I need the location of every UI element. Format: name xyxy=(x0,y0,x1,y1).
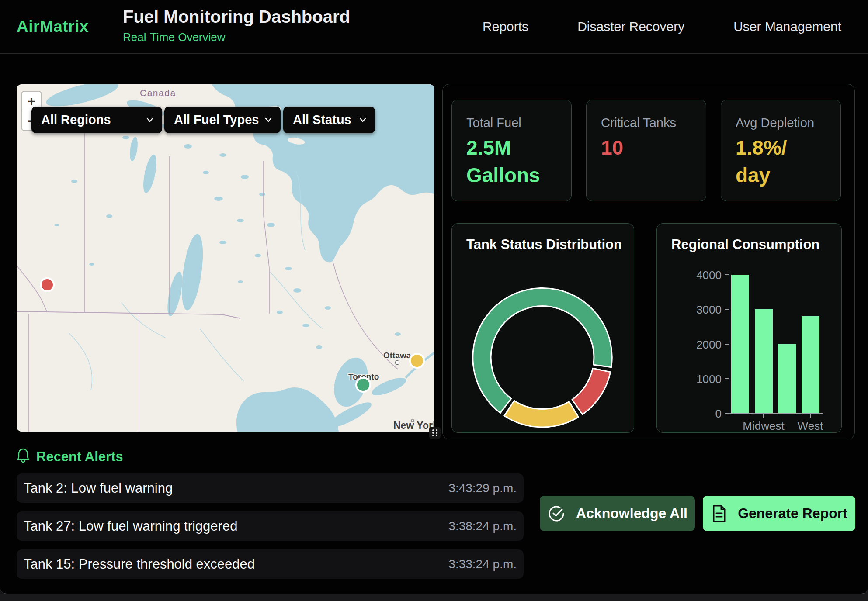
x-axis xyxy=(729,413,823,414)
filter-value: All Fuel Types xyxy=(174,113,259,127)
map-label-country: Canada xyxy=(140,88,176,98)
generate-report-button[interactable]: Generate Report xyxy=(703,496,855,531)
y-tick-label: 1000 xyxy=(660,373,722,386)
map-label-ottawa: Ottawa xyxy=(383,351,411,360)
y-tick-label: 3000 xyxy=(660,303,722,317)
drag-handle-icon[interactable] xyxy=(429,427,441,439)
bar xyxy=(778,344,796,414)
regional-consumption-card: Regional Consumption 01000200030004000Mi… xyxy=(656,223,842,433)
nav-item-reports[interactable]: Reports xyxy=(483,19,528,34)
x-tick-mark xyxy=(810,414,811,418)
kpi-value: 1.8%/ day xyxy=(736,134,840,190)
nav-item-disaster-recovery[interactable]: Disaster Recovery xyxy=(577,19,684,34)
brand-logo: AirMatrix xyxy=(17,0,89,53)
donut-segment-yellow xyxy=(504,401,579,427)
file-text-icon xyxy=(711,504,727,523)
bell-icon xyxy=(16,447,30,463)
dashboard-panel: Total Fuel2.5M GallonsCritical Tanks10Av… xyxy=(442,84,855,439)
alerts-heading: Recent Alerts xyxy=(36,449,123,465)
kpi-label: Critical Tanks xyxy=(601,116,706,130)
filter-value: All Status xyxy=(293,113,351,127)
alert-timestamp: 3:43:29 p.m. xyxy=(448,481,517,495)
y-tick-mark xyxy=(725,378,729,379)
map-canvas[interactable]: Canada OttawaTorontoNew York xyxy=(17,84,434,432)
chevron-down-icon xyxy=(146,117,153,122)
filter-all-fuel-types[interactable]: All Fuel Types xyxy=(164,107,281,133)
page-title: Fuel Monitoring Dashboard xyxy=(123,7,350,26)
y-tick-label: 2000 xyxy=(660,338,722,352)
chevron-down-icon xyxy=(265,117,272,122)
y-tick-label: 0 xyxy=(660,407,722,421)
page-subtitle: Real-Time Overview xyxy=(123,31,350,44)
filter-all-regions[interactable]: All Regions xyxy=(31,107,162,133)
app-root: AirMatrix Fuel Monitoring Dashboard Real… xyxy=(0,0,868,594)
acknowledge-all-button[interactable]: Acknowledge All xyxy=(540,496,695,531)
main-nav: ReportsDisaster RecoveryUser Management xyxy=(483,0,841,53)
donut-segment-red xyxy=(572,368,611,414)
kpi-value: 10 xyxy=(601,134,706,162)
map-marker-normal[interactable] xyxy=(356,378,370,392)
acknowledge-all-label: Acknowledge All xyxy=(576,505,687,522)
kpi-value: 2.5M Gallons xyxy=(466,134,571,190)
generate-report-label: Generate Report xyxy=(738,505,847,522)
y-axis xyxy=(729,271,729,414)
bar xyxy=(755,309,773,413)
x-tick-label-west: West xyxy=(775,419,845,433)
y-tick-label: 4000 xyxy=(660,269,722,282)
kpi-label: Total Fuel xyxy=(466,116,571,130)
bar xyxy=(802,316,819,413)
kpi-card-total-fuel: Total Fuel2.5M Gallons xyxy=(451,100,572,201)
y-tick-mark xyxy=(725,274,729,275)
alert-row: Tank 2: Low fuel warning3:43:29 p.m. xyxy=(17,473,524,503)
regional-consumption-bar-chart: 01000200030004000MidwestWest xyxy=(657,224,841,432)
kpi-card-avg-depletion: Avg Depletion1.8%/ day xyxy=(721,100,841,201)
map-panel[interactable]: Canada OttawaTorontoNew York + − All Reg… xyxy=(17,84,434,432)
x-tick-mark xyxy=(763,414,764,418)
bar xyxy=(731,275,749,413)
map-town-dot-ottawa xyxy=(396,361,399,365)
map-marker-warning[interactable] xyxy=(410,354,424,368)
alert-row: Tank 27: Low fuel warning triggered3:38:… xyxy=(17,511,524,541)
y-tick-mark xyxy=(725,413,729,414)
kpi-row: Total Fuel2.5M GallonsCritical Tanks10Av… xyxy=(451,100,841,201)
kpi-card-critical-tanks: Critical Tanks10 xyxy=(586,100,706,201)
check-circle-icon xyxy=(547,504,566,523)
tank-status-card: Tank Status Distribution xyxy=(451,223,634,433)
map-marker-critical[interactable] xyxy=(41,278,54,291)
alert-timestamp: 3:33:24 p.m. xyxy=(448,557,517,571)
alert-timestamp: 3:38:24 p.m. xyxy=(448,519,517,533)
tank-status-donut-chart xyxy=(452,224,634,432)
map-town-dot xyxy=(411,419,414,422)
grip-dots-icon xyxy=(431,429,439,437)
kpi-label: Avg Depletion xyxy=(736,116,840,130)
alert-message: Tank 27: Low fuel warning triggered xyxy=(24,518,237,534)
chevron-down-icon xyxy=(359,117,366,122)
y-tick-mark xyxy=(725,309,729,310)
header: AirMatrix Fuel Monitoring Dashboard Real… xyxy=(0,0,868,54)
filter-value: All Regions xyxy=(41,113,111,127)
alert-row: Tank 15: Pressure threshold exceeded3:33… xyxy=(17,549,524,579)
title-block: Fuel Monitoring Dashboard Real-Time Over… xyxy=(123,7,350,44)
y-tick-mark xyxy=(725,344,729,345)
filter-all-status[interactable]: All Status xyxy=(283,107,375,133)
alert-message: Tank 2: Low fuel warning xyxy=(24,480,173,496)
alert-message: Tank 15: Pressure threshold exceeded xyxy=(24,556,255,572)
nav-item-user-management[interactable]: User Management xyxy=(733,19,841,34)
